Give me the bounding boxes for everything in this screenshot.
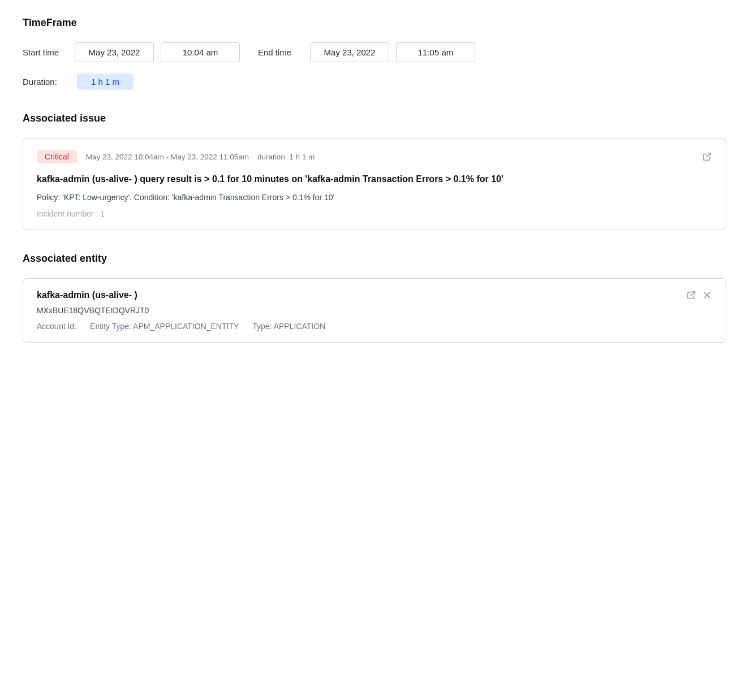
entity-actions (686, 290, 712, 300)
issue-external-link-icon[interactable] (702, 152, 712, 162)
account-id-group: Account Id: (37, 322, 76, 331)
entity-meta: Account Id: Entity Type: APM_APPLICATION… (37, 322, 712, 331)
issue-card-header: Critical May 23, 2022 10:04am - May 23, … (37, 150, 712, 163)
entity-type-group: Entity Type: APM_APPLICATION_ENTITY (90, 322, 239, 331)
issue-meta-end: May 23, 2022 11:05am (171, 153, 249, 161)
timeframe-section: TimeFrame Start time May 23, 2022 10:04 … (23, 17, 726, 90)
start-time-box[interactable]: 10:04 am (161, 42, 240, 62)
entity-card: kafka-admin (us-alive- ) MXxBUE18QVBQTEI… (23, 278, 726, 343)
issue-meta: May 23, 2022 10:04am - May 23, 2022 11:0… (86, 153, 693, 161)
timeframe-title: TimeFrame (23, 17, 726, 29)
critical-badge: Critical (37, 150, 77, 163)
associated-entity-title: Associated entity (23, 253, 726, 265)
associated-issue-section: Associated issue Critical May 23, 2022 1… (23, 113, 726, 230)
issue-card: Critical May 23, 2022 10:04am - May 23, … (23, 138, 726, 230)
entity-type-value: APM_APPLICATION_ENTITY (133, 322, 239, 331)
issue-card-title: kafka-admin (us-alive- ) query result is… (37, 172, 712, 186)
end-time-box[interactable]: 11:05 am (396, 42, 475, 62)
issue-meta-duration: duration: 1 h 1 m (257, 153, 315, 161)
end-time-group: End time May 23, 2022 11:05 am (258, 42, 475, 62)
associated-entity-section: Associated entity kafka-admin (us-alive-… (23, 253, 726, 343)
time-row: Start time May 23, 2022 10:04 am End tim… (23, 42, 726, 62)
end-date-box[interactable]: May 23, 2022 (310, 42, 389, 62)
duration-row: Duration: 1 h 1 m (23, 74, 726, 90)
issue-meta-start: May 23, 2022 10:04am (86, 153, 164, 161)
duration-label: Duration: (23, 77, 68, 87)
issue-policy: Policy: 'KPT: Low-urgency'. Condition: '… (37, 192, 712, 204)
associated-issue-title: Associated issue (23, 113, 726, 124)
entity-external-link-icon[interactable] (686, 290, 696, 300)
entity-id: MXxBUE18QVBQTEIDQVRJT0 (37, 306, 712, 315)
account-id-label: Account Id: (37, 322, 76, 331)
issue-meta-separator: - (166, 153, 171, 161)
start-date-box[interactable]: May 23, 2022 (75, 42, 154, 62)
type-label: Type: (252, 322, 272, 331)
issue-incident-number: Incident number : 1 (37, 209, 712, 218)
end-time-label: End time (258, 47, 303, 57)
entity-name: kafka-admin (us-alive- ) (37, 290, 137, 300)
type-group: Type: APPLICATION (252, 322, 325, 331)
entity-card-header: kafka-admin (us-alive- ) (37, 290, 712, 300)
entity-type-label: Entity Type: (90, 322, 131, 331)
entity-close-icon[interactable] (702, 290, 712, 300)
start-time-label: Start time (23, 47, 68, 57)
duration-badge: 1 h 1 m (77, 74, 134, 90)
type-value: APPLICATION (274, 322, 326, 331)
